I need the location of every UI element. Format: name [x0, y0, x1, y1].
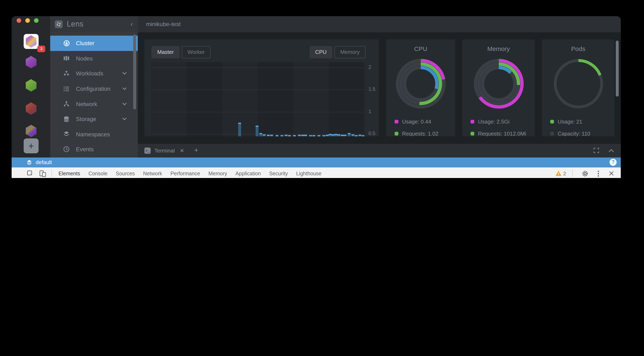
sidebar-item-label: Storage [76, 116, 96, 123]
devtools-tab-network[interactable]: Network [139, 167, 166, 178]
y-tick-label: 1 [368, 108, 371, 114]
collapse-dock-icon[interactable] [608, 149, 614, 153]
cluster-hexagon-icon [25, 79, 37, 92]
kubernetes-icon [63, 40, 70, 47]
devtools-tab-performance[interactable]: Performance [166, 167, 204, 178]
sidebar-item-workloads[interactable]: Workloads [50, 66, 138, 81]
metric-tabs: CPUMemory [309, 46, 368, 58]
devtools-tab-elements[interactable]: Elements [54, 167, 84, 178]
close-window-button[interactable] [16, 18, 21, 23]
metric-tab-cpu[interactable]: CPU [309, 46, 332, 58]
chart-bar [343, 135, 346, 136]
node-type-tabs: MasterWorker [152, 46, 213, 58]
dashboard-scrollbar[interactable] [616, 41, 619, 97]
metric-tab-memory[interactable]: Memory [334, 46, 366, 58]
devtools-tab-console[interactable]: Console [84, 167, 112, 178]
node-tab-worker[interactable]: Worker [182, 46, 210, 58]
devtools-tab-security[interactable]: Security [265, 167, 292, 178]
device-toolbar-icon[interactable] [39, 170, 46, 177]
terminal-icon: >_ [144, 148, 151, 154]
chevron-down-icon [122, 118, 127, 121]
sidebar: Lens ‹ ClusterNodesWorkloadsConfiguratio… [50, 16, 138, 158]
sidebar-item-nodes[interactable]: Nodes [50, 51, 138, 66]
fullscreen-icon[interactable] [594, 148, 599, 154]
sidebar-nav: ClusterNodesWorkloadsConfigurationNetwor… [50, 32, 138, 157]
main-area: minikube-test MasterWorker CPUMemory 21.… [138, 16, 621, 158]
lens-app: 3 + Lens ‹ Cluste [12, 16, 621, 158]
chart-bar [322, 135, 326, 136]
cluster-hexagon-icon [25, 35, 37, 48]
collapse-sidebar-icon[interactable]: ‹ [130, 20, 133, 28]
namespaces-icon [63, 131, 70, 138]
sidebar-item-network[interactable]: Network [50, 96, 138, 112]
donut-title: CPU [386, 45, 455, 52]
settings-gear-icon[interactable] [581, 170, 588, 177]
devtools-tab-lighthouse[interactable]: Lighthouse [292, 167, 326, 178]
help-button[interactable]: ? [610, 159, 616, 166]
devtools-toolbar: ElementsConsoleSourcesNetworkPerformance… [12, 167, 621, 178]
legend-label: Requests: 1012.0Mi [478, 130, 526, 136]
memory-donut-panel: MemoryUsage: 2.5GiRequests: 1012.0Mi [462, 39, 535, 136]
namespace-bar[interactable]: default ? [12, 158, 621, 167]
cluster-icon-2[interactable] [24, 55, 38, 70]
sidebar-scrollbar[interactable] [133, 34, 136, 109]
legend-swatch [550, 132, 554, 135]
chart-bar [312, 135, 315, 136]
cluster-rail: 3 + [12, 16, 50, 158]
sidebar-item-events[interactable]: Events [50, 142, 138, 157]
cluster-icon-3[interactable] [24, 78, 38, 93]
legend-label: Requests: 1.02 [402, 130, 438, 136]
terminal-tab[interactable]: Terminal [154, 148, 175, 154]
chart-bar [309, 135, 312, 136]
chart-gridline [151, 112, 364, 112]
cluster-dashboard: MasterWorker CPUMemory 21.510.5 CPUUsage… [138, 32, 621, 144]
screen: 3 + Lens ‹ Cluste [0, 0, 644, 178]
console-warnings[interactable]: 2 [556, 171, 566, 176]
cluster-icon-active[interactable] [24, 34, 38, 49]
legend-label: Usage: 0.44 [402, 118, 431, 125]
chart-bar [328, 134, 331, 136]
add-cluster-button[interactable]: + [24, 138, 38, 153]
close-terminal-icon[interactable]: ✕ [180, 148, 184, 154]
warning-icon [556, 171, 562, 176]
inspect-element-icon[interactable] [26, 170, 34, 177]
sidebar-item-namespaces[interactable]: Namespaces [50, 127, 138, 142]
chart-band [258, 62, 293, 136]
close-devtools-icon[interactable] [608, 170, 615, 177]
new-terminal-icon[interactable]: + [194, 147, 198, 155]
devtools-tab-memory[interactable]: Memory [204, 167, 231, 178]
sidebar-item-label: Workloads [76, 70, 103, 77]
more-options-icon[interactable] [594, 170, 602, 177]
sidebar-item-configuration[interactable]: Configuration [50, 81, 138, 96]
pods-donut-chart [552, 58, 604, 109]
node-tab-master[interactable]: Master [152, 46, 180, 58]
app-title: Lens [67, 20, 84, 28]
chart-bar [293, 135, 296, 136]
devtools-tabs: ElementsConsoleSourcesNetworkPerformance… [54, 167, 326, 178]
pods-donut-panel: PodsUsage: 21Capacity: 110 [542, 39, 614, 136]
chart-bar [362, 135, 364, 136]
chart-bar [326, 135, 328, 136]
chart-bar [358, 135, 361, 136]
cpu-bar-chart [151, 62, 364, 136]
nodes-icon [63, 55, 70, 62]
cluster-icon-5[interactable] [24, 124, 38, 138]
sidebar-item-label: Network [76, 101, 97, 107]
zoom-window-button[interactable] [34, 18, 38, 23]
sidebar-item-storage[interactable]: Storage [50, 112, 138, 127]
chart-gridline [151, 90, 364, 90]
cluster-icon-4[interactable] [24, 101, 38, 116]
chevron-down-icon [122, 102, 127, 105]
window-controls [16, 18, 38, 23]
devtools-tab-sources[interactable]: Sources [112, 167, 139, 178]
chart-band [151, 62, 186, 136]
legend-swatch [470, 132, 474, 135]
chart-bar [288, 135, 291, 136]
memory-donut-chart [473, 58, 524, 109]
minimize-window-button[interactable] [25, 18, 30, 23]
sidebar-item-cluster[interactable]: Cluster [50, 36, 138, 51]
chart-bar [318, 135, 320, 136]
chart-bar [355, 135, 358, 136]
devtools-tab-application[interactable]: Application [231, 167, 265, 178]
terminal-dock: >_ Terminal ✕ + [138, 144, 621, 158]
